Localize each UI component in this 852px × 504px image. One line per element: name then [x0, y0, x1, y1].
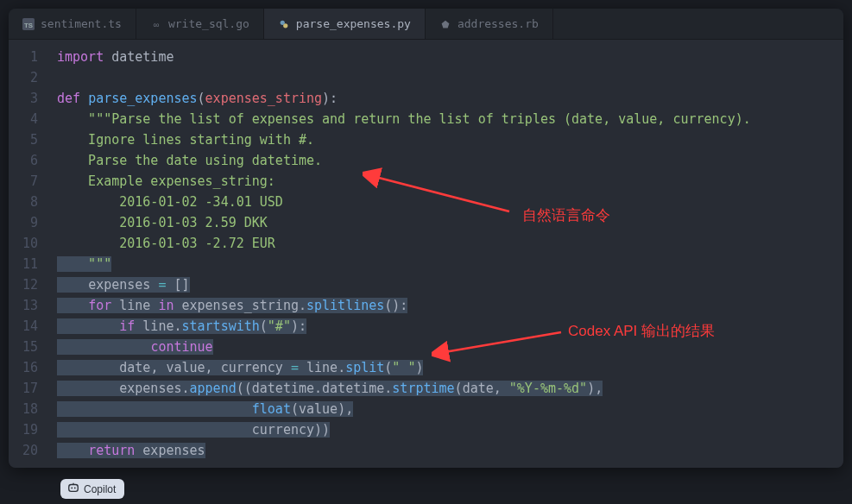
tab-writesql[interactable]: ∞ write_sql.go — [136, 9, 264, 39]
copilot-icon — [67, 482, 79, 496]
svg-point-12 — [74, 488, 76, 489]
svg-text:∞: ∞ — [153, 19, 159, 28]
tab-label: sentiment.ts — [41, 17, 122, 30]
tab-label: addresses.rb — [458, 17, 539, 30]
svg-marker-5 — [442, 20, 450, 28]
tab-parseexpenses[interactable]: parse_expenses.py — [264, 9, 426, 39]
ts-icon: TS — [22, 18, 35, 30]
tab-label: write_sql.go — [168, 17, 249, 30]
rb-icon — [439, 18, 451, 30]
svg-point-4 — [283, 23, 287, 28]
svg-point-11 — [71, 488, 73, 489]
py-icon — [278, 18, 290, 30]
copilot-badge[interactable]: Copilot — [60, 479, 124, 499]
tab-addresses[interactable]: addresses.rb — [426, 9, 553, 39]
tab-sentiment[interactable]: TS sentiment.ts — [9, 9, 136, 39]
svg-text:TS: TS — [24, 21, 33, 28]
line-gutter: 1234567891011121314151617181920 — [9, 40, 50, 468]
copilot-label: Copilot — [84, 483, 116, 495]
go-icon: ∞ — [150, 18, 162, 30]
code-area[interactable]: 1234567891011121314151617181920 import d… — [9, 40, 843, 468]
tab-label: parse_expenses.py — [296, 17, 411, 30]
code-content[interactable]: import datetime def parse_expenses(expen… — [50, 40, 843, 468]
tab-bar: TS sentiment.ts ∞ write_sql.go parse_exp… — [9, 9, 843, 40]
svg-rect-10 — [69, 485, 79, 492]
editor-window: TS sentiment.ts ∞ write_sql.go parse_exp… — [9, 9, 843, 468]
